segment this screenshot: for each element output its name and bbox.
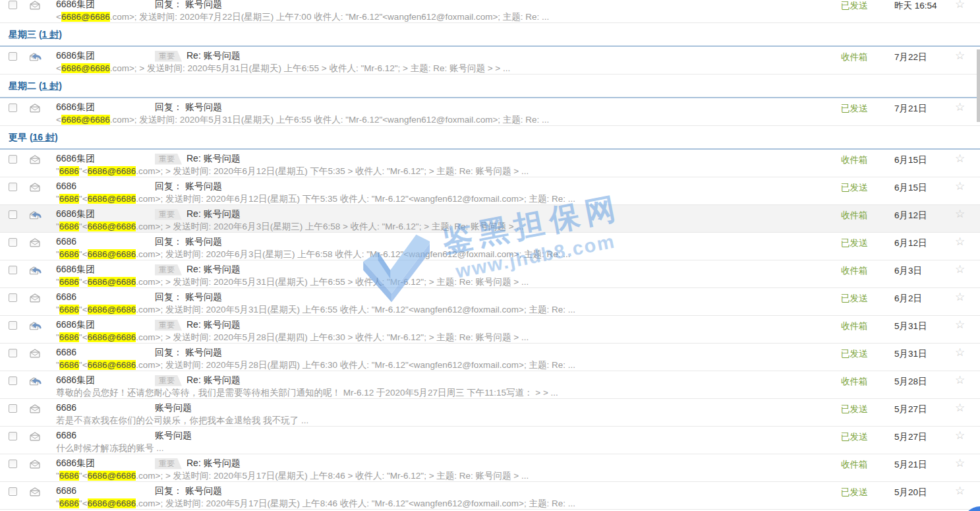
search-highlight: 6686@6686 — [88, 471, 136, 481]
subject-text[interactable]: 账号问题 — [155, 402, 192, 414]
row-checkbox[interactable] — [9, 238, 17, 247]
folder-link[interactable]: 已发送 — [841, 487, 868, 497]
section-count-link[interactable]: 1 封 — [42, 29, 59, 40]
row-checkbox[interactable] — [9, 1, 17, 9]
folder-link[interactable]: 收件箱 — [841, 460, 868, 469]
folder-link[interactable]: 收件箱 — [841, 155, 868, 165]
snippet-text: "< — [79, 332, 88, 342]
subject-text[interactable]: Re: 账号问题 — [187, 264, 241, 276]
subject-text[interactable]: 回复： 账号问题 — [155, 0, 222, 11]
star-icon[interactable]: ☆ — [955, 263, 965, 276]
row-checkbox[interactable] — [9, 432, 17, 440]
row-checkbox[interactable] — [9, 155, 17, 164]
row-checkbox[interactable] — [9, 321, 17, 330]
subject-text[interactable]: Re: 账号问题 — [187, 319, 241, 331]
star-icon[interactable]: ☆ — [955, 208, 965, 220]
star-icon[interactable]: ☆ — [955, 180, 965, 193]
snippet: 尊敬的会员您好！还请您耐心等待，我们是需要等待相关部门通知的呢！ Mr-6.12… — [56, 387, 829, 399]
email-row[interactable]: 6686集团重要Re: 账号问题"6686"<6686@6686.com>; >… — [0, 316, 980, 344]
star-icon[interactable]: ☆ — [955, 49, 965, 62]
section-count-link[interactable]: 16 封 — [33, 132, 55, 142]
folder-link[interactable]: 已发送 — [841, 183, 868, 193]
email-row[interactable]: 6686回复： 账号问题"6686"<6686@6686.com>; 发送时间:… — [0, 288, 980, 316]
star-icon[interactable]: ☆ — [955, 485, 965, 497]
email-row[interactable]: 6686账号问题若是不喜欢我在你们的公司娱乐，你把我本金退给我 我不玩了 ...… — [0, 399, 980, 427]
row-checkbox[interactable] — [9, 404, 17, 413]
row-checkbox[interactable] — [9, 349, 17, 357]
email-row[interactable]: 6686回复： 账号问题"6686"<6686@6686.com>; 发送时间:… — [0, 344, 980, 371]
subject-text[interactable]: Re: 账号问题 — [187, 153, 241, 165]
icon-cell — [29, 177, 56, 195]
subject-text[interactable]: Re: 账号问题 — [187, 50, 241, 62]
email-row[interactable]: 6686集团重要Re: 账号问题"6686"<6686@6686.com>; >… — [0, 454, 980, 482]
row-checkbox[interactable] — [9, 210, 17, 219]
email-row[interactable]: 6686集团重要Re: 账号问题"6686"<6686@6686.com>; >… — [0, 205, 980, 233]
folder-link[interactable]: 已发送 — [841, 404, 868, 414]
subject-text[interactable]: Re: 账号问题 — [187, 375, 241, 386]
email-row[interactable]: 6686集团回复： 账号问题<6686@6686.com>; 发送时间: 202… — [0, 98, 980, 126]
snippet-text: .com>; 发送时间: 2020年5月28日(星期四) 上午6:30 收件人:… — [136, 360, 575, 370]
star-icon[interactable]: ☆ — [955, 402, 965, 414]
row-checkbox[interactable] — [9, 376, 17, 385]
checkbox-cell — [0, 98, 29, 112]
row-checkbox[interactable] — [9, 183, 17, 191]
email-row[interactable]: 6686回复： 账号问题"6686"<6686@6686.com>; 发送时间:… — [0, 482, 980, 510]
folder-link[interactable]: 收件箱 — [841, 321, 868, 331]
email-row[interactable]: 6686集团重要Re: 账号问题"6686"<6686@6686.com>; >… — [0, 150, 980, 177]
row-checkbox[interactable] — [9, 266, 17, 274]
date-label: 6月12日 — [894, 210, 927, 220]
row-checkbox[interactable] — [9, 104, 17, 112]
folder-link[interactable]: 已发送 — [841, 238, 868, 248]
star-icon[interactable]: ☆ — [955, 374, 965, 386]
subject-text[interactable]: 回复： 账号问题 — [155, 291, 222, 303]
email-row[interactable]: 6686回复： 账号问题"6686"<6686@6686.com>; 发送时间:… — [0, 233, 980, 260]
row-checkbox[interactable] — [9, 293, 17, 302]
subject-text[interactable]: 回复： 账号问题 — [155, 236, 222, 248]
row-checkbox[interactable] — [9, 52, 17, 61]
star-icon[interactable]: ☆ — [955, 101, 965, 113]
folder-link[interactable]: 收件箱 — [841, 376, 868, 386]
star-icon[interactable]: ☆ — [955, 346, 965, 359]
subject-wrap: 重要Re: 账号问题 — [155, 458, 241, 469]
scrollbar-thumb[interactable] — [977, 49, 980, 122]
email-row[interactable]: 6686集团回复： 账号问题<6686@6686.com>; 发送时间: 202… — [0, 0, 980, 23]
star-icon[interactable]: ☆ — [955, 291, 965, 303]
email-row[interactable]: 6686集团重要Re: 账号问题尊敬的会员您好！还请您耐心等待，我们是需要等待相… — [0, 371, 980, 399]
date-cell: 5月20日 — [883, 482, 949, 498]
subject-text[interactable]: Re: 账号问题 — [187, 458, 241, 469]
email-row[interactable]: 6686回复： 账号问题"6686"<6686@6686.com>; 发送时间:… — [0, 177, 980, 205]
star-icon[interactable]: ☆ — [955, 235, 965, 248]
email-row[interactable]: 6686集团重要Re: 账号问题<6686@6686.com>; > 发送时间:… — [0, 47, 980, 75]
date-label: 5月27日 — [894, 404, 927, 414]
subject-text[interactable]: Re: 账号问题 — [187, 208, 241, 220]
subject-text[interactable]: 回复： 账号问题 — [155, 485, 222, 497]
subject-text[interactable]: 回复： 账号问题 — [155, 181, 222, 193]
star-icon[interactable]: ☆ — [955, 152, 965, 165]
section-count-link[interactable]: 1 封 — [42, 80, 59, 91]
folder-link[interactable]: 收件箱 — [841, 210, 868, 220]
star-icon[interactable]: ☆ — [955, 457, 965, 469]
row-checkbox[interactable] — [9, 487, 17, 496]
search-highlight: 6686 — [59, 249, 79, 259]
subject-text[interactable]: 回复： 账号问题 — [155, 347, 222, 359]
folder-link[interactable]: 已发送 — [841, 432, 868, 442]
folder-link[interactable]: 收件箱 — [841, 52, 868, 62]
email-line1: 6686回复： 账号问题 — [56, 485, 829, 498]
folder-link[interactable]: 已发送 — [841, 1, 868, 11]
read-envelope-icon — [29, 183, 41, 195]
row-checkbox[interactable] — [9, 460, 17, 468]
email-main: 6686回复： 账号问题"6686"<6686@6686.com>; 发送时间:… — [56, 344, 829, 371]
subject-text[interactable]: 回复： 账号问题 — [155, 102, 222, 113]
star-icon[interactable]: ☆ — [955, 0, 965, 11]
email-row[interactable]: 6686集团重要Re: 账号问题"6686"<6686@6686.com>; >… — [0, 260, 980, 288]
star-icon[interactable]: ☆ — [955, 429, 965, 442]
search-highlight: 6686@6686 — [88, 360, 136, 370]
search-highlight: 6686 — [59, 332, 79, 342]
email-row[interactable]: 6686账号问题什么时候才解冻我的账号 ...已发送5月27日☆ — [0, 427, 980, 454]
folder-link[interactable]: 已发送 — [841, 349, 868, 359]
star-icon[interactable]: ☆ — [955, 318, 965, 331]
folder-link[interactable]: 已发送 — [841, 104, 868, 113]
subject-text[interactable]: 账号问题 — [155, 430, 192, 442]
folder-link[interactable]: 已发送 — [841, 293, 868, 303]
folder-link[interactable]: 收件箱 — [841, 266, 868, 276]
